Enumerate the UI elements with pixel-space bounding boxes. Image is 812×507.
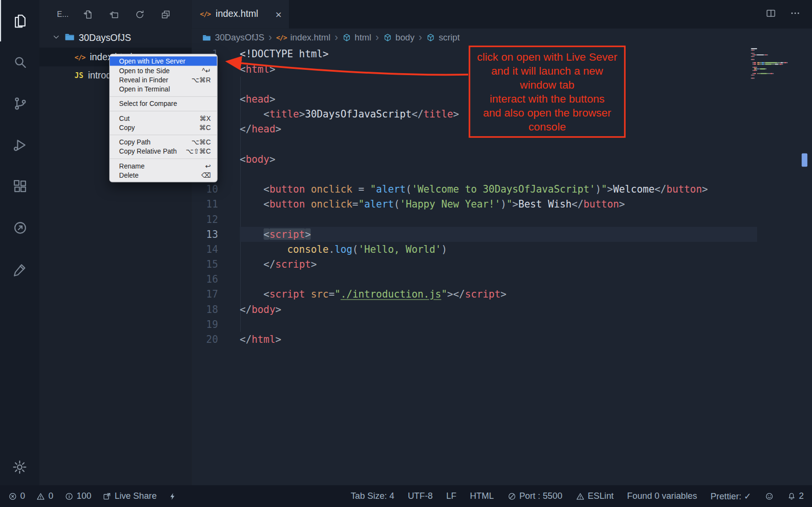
chevron-right-icon: › [375, 32, 379, 44]
breadcrumb-index-html[interactable]: </>index.html [276, 32, 330, 43]
activity-bar-edit-pencil-icon[interactable] [0, 248, 39, 290]
folder-icon [64, 31, 75, 45]
code-line-12[interactable]: 12 [192, 212, 812, 227]
status-label: 2 [799, 491, 804, 502]
status-prettier[interactable]: Prettier: ✓ [710, 491, 751, 502]
activity-bar-search-icon[interactable] [0, 41, 39, 83]
code-text: <!DOCTYPE html> [240, 47, 329, 62]
code-line-9[interactable]: 9 [192, 167, 812, 182]
code-line-11[interactable]: 11 <button onclick="alert('Happy New Yea… [192, 197, 812, 212]
code-line-8[interactable]: 8<body> [192, 152, 812, 167]
menu-item-cut[interactable]: Cut⌘X [110, 114, 217, 123]
menu-item-open-to-the-side[interactable]: Open to the Side^↵ [110, 66, 217, 75]
code-line-19[interactable]: 19 [192, 317, 812, 332]
minimap[interactable] [751, 48, 800, 79]
lightning-icon [168, 492, 177, 500]
live-share-icon [103, 492, 111, 500]
code-line-7[interactable]: 7 [192, 137, 812, 152]
status-eol[interactable]: LF [446, 491, 456, 502]
minimap-line [751, 68, 800, 69]
status-port[interactable]: Port : 5500 [507, 491, 562, 502]
status-feedback[interactable] [765, 492, 773, 500]
menu-separator [110, 111, 217, 111]
line-number: 15 [192, 257, 218, 272]
status-info[interactable]: 100 [65, 491, 91, 502]
breadcrumb-label: index.html [290, 32, 330, 43]
status-errors[interactable]: 0 [8, 491, 25, 502]
menu-item-open-in-terminal[interactable]: Open in Terminal [110, 84, 217, 93]
menu-item-reveal-in-finder[interactable]: Reveal in Finder⌥⌘R [110, 75, 217, 84]
breadcrumb-body[interactable]: body [383, 32, 414, 43]
menu-item-label: Delete [119, 171, 138, 179]
menu-item-shortcut: ↩ [205, 162, 211, 169]
activity-bar-explorer-icon[interactable] [0, 0, 39, 41]
code-line-14[interactable]: 14 console.log('Hello, World') [192, 242, 812, 257]
status-label: Live Share [115, 491, 157, 502]
activity-bar-extensions-icon[interactable] [0, 166, 39, 207]
menu-separator [110, 96, 217, 97]
menu-item-copy-relative-path[interactable]: Copy Relative Path⌥⇧⌘C [110, 146, 217, 156]
settings-gear-icon[interactable] [0, 459, 39, 477]
status-warnings[interactable]: 0 [37, 491, 53, 502]
code-line-10[interactable]: 10 <button onclick = "alert('Welcome to … [192, 182, 812, 197]
editor-actions [765, 0, 812, 28]
breadcrumb-30daysofjs[interactable]: 30DaysOfJS [202, 32, 264, 43]
more-actions-icon[interactable] [790, 8, 801, 21]
tab-index-html[interactable]: </> index.html × [192, 0, 289, 28]
vscode-window: E... 30DaysOfJS </>index.htmlJSintroduct… [0, 0, 812, 507]
minimap-line [751, 48, 800, 49]
code-text: <button onclick="alert('Happy New Year!'… [240, 197, 625, 212]
status-live-share[interactable]: Live Share [103, 491, 157, 502]
activity-bar-source-control-icon[interactable] [0, 83, 39, 124]
status-language[interactable]: HTML [470, 491, 494, 502]
code-line-15[interactable]: 15 </script> [192, 257, 812, 272]
status-notifications[interactable]: 2 [787, 491, 804, 502]
refresh-icon[interactable] [135, 9, 145, 20]
code-line-17[interactable]: 17 <script src="./introduction.js"></scr… [192, 287, 812, 302]
breadcrumb-label: body [395, 32, 415, 43]
menu-item-select-for-compare[interactable]: Select for Compare [110, 99, 217, 108]
line-number: 16 [192, 272, 218, 287]
activity-bar [0, 0, 39, 485]
activity-bar-live-preview-icon[interactable] [0, 207, 39, 248]
folder-icon [202, 33, 211, 42]
new-file-icon[interactable] [83, 9, 93, 20]
menu-item-label: Copy Relative Path [119, 147, 177, 155]
menu-item-open-with-live-server[interactable]: Open with Live Server [110, 56, 217, 65]
warning-icon [37, 492, 45, 500]
split-editor-icon[interactable] [765, 8, 776, 21]
menu-item-label: Rename [119, 162, 144, 169]
code-line-20[interactable]: 20</html> [192, 332, 812, 347]
breadcrumb-label: 30DaysOfJS [215, 32, 264, 43]
status-variables[interactable]: Found 0 variables [627, 491, 697, 502]
status-lightning[interactable] [168, 492, 177, 500]
symbol-cube-icon [426, 33, 435, 42]
breadcrumb-html[interactable]: html [342, 32, 371, 43]
port-icon [507, 492, 516, 500]
collapse-all-icon[interactable] [160, 9, 171, 20]
line-number: 13 [192, 227, 218, 242]
minimap-line [751, 78, 800, 78]
folder-row-30daysofjs[interactable]: 30DaysOfJS [39, 28, 192, 48]
menu-item-rename[interactable]: Rename↩ [110, 161, 217, 170]
html-file-icon: </> [276, 34, 287, 41]
breadcrumb-script[interactable]: script [426, 32, 459, 43]
status-label: UTF-8 [408, 491, 433, 502]
menu-item-shortcut: ⌘X [199, 114, 210, 122]
activity-bar-run-debug-icon[interactable] [0, 124, 39, 166]
status-encoding[interactable]: UTF-8 [408, 491, 433, 502]
line-number: 14 [192, 242, 218, 257]
status-tab-size[interactable]: Tab Size: 4 [351, 491, 394, 502]
breadcrumb-label: script [439, 32, 460, 43]
code-line-13[interactable]: 13 <script> [192, 227, 812, 242]
explorer-header: E... [39, 0, 192, 28]
status-eslint[interactable]: ESLint [576, 491, 614, 502]
menu-item-delete[interactable]: Delete⌫ [110, 170, 217, 180]
menu-item-copy-path[interactable]: Copy Path⌥⌘C [110, 137, 217, 146]
new-folder-icon[interactable] [109, 9, 119, 20]
close-icon[interactable]: × [275, 9, 282, 20]
code-line-16[interactable]: 16 [192, 272, 812, 287]
menu-item-copy[interactable]: Copy⌘C [110, 123, 217, 132]
code-line-18[interactable]: 18</body> [192, 302, 812, 317]
menu-item-shortcut: ⌫ [201, 171, 211, 179]
